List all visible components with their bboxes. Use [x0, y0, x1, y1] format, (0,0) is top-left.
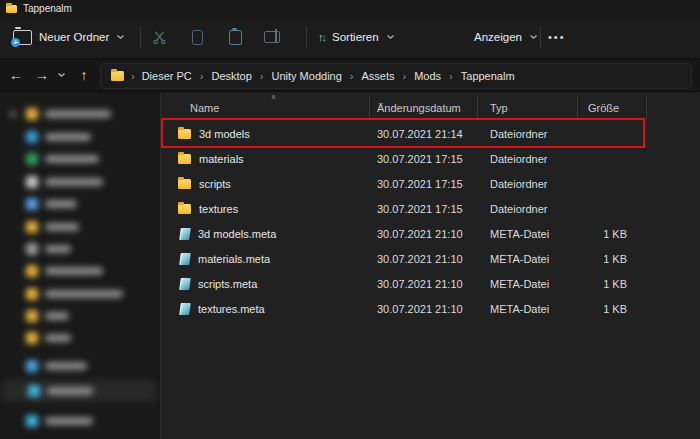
sidebar-item-redacted[interactable]: [0, 355, 158, 377]
view-button[interactable]: Anzeigen: [474, 17, 538, 57]
new-folder-icon: +: [13, 30, 32, 45]
sidebar-item-icon: [26, 221, 38, 233]
sidebar-item-icon: [26, 415, 38, 427]
column-header-date[interactable]: Änderungsdatum: [370, 96, 478, 120]
file-name-cell: textures: [161, 203, 370, 215]
table-row[interactable]: scripts.meta30.07.2021 21:10META-Datei1 …: [161, 271, 700, 296]
modified-date-cell: 30.07.2021 17:15: [370, 153, 478, 165]
sidebar-item-icon: [26, 108, 38, 120]
up-button[interactable]: ↑: [72, 59, 96, 90]
file-list-pane: ∧ NameÄnderungsdatumTypGröße 3d models30…: [161, 92, 700, 439]
table-row[interactable]: materials30.07.2021 17:15Dateiordner: [161, 146, 700, 171]
breadcrumb-item-unity-modding[interactable]: Unity Modding: [272, 70, 342, 82]
sidebar-item-label-redacted: [45, 362, 87, 370]
sidebar-item-redacted[interactable]: [2, 380, 156, 402]
address-box[interactable]: › Dieser PC›Desktop›Unity Modding›Assets…: [100, 63, 692, 89]
sidebar-item-icon: [26, 265, 38, 277]
file-name-cell: materials: [161, 153, 370, 165]
breadcrumb-item-assets[interactable]: Assets: [362, 70, 395, 82]
column-header-type[interactable]: Typ: [478, 96, 578, 120]
toolbar-divider: [140, 27, 141, 48]
copy-icon: [192, 30, 203, 45]
chevron-down-icon: [529, 34, 538, 40]
sidebar-item-redacted[interactable]: [0, 103, 158, 125]
sidebar-item-redacted[interactable]: [0, 305, 158, 327]
file-type-cell: Dateiordner: [478, 203, 578, 215]
sort-button[interactable]: ↑↓ Sortieren: [318, 17, 395, 57]
window-folder-icon: [6, 5, 17, 13]
new-folder-button[interactable]: + Neuer Ordner: [13, 17, 125, 57]
sidebar-item-label-redacted: [45, 223, 79, 231]
folder-icon: [178, 204, 191, 214]
rename-button[interactable]: [259, 17, 285, 57]
sidebar-item-redacted[interactable]: [0, 238, 158, 260]
breadcrumb-separator: ›: [131, 70, 135, 82]
chevron-down-icon: [57, 72, 66, 78]
new-folder-label: Neuer Ordner: [39, 31, 109, 43]
table-row[interactable]: 3d models.meta30.07.2021 21:10META-Datei…: [161, 221, 700, 246]
breadcrumb-item-desktop[interactable]: Desktop: [211, 70, 251, 82]
content-area: ∧ NameÄnderungsdatumTypGröße 3d models30…: [0, 92, 700, 439]
sidebar-item-redacted[interactable]: [0, 410, 158, 432]
sidebar-item-redacted[interactable]: [0, 171, 158, 193]
file-size-cell: 1 KB: [578, 303, 647, 315]
scissors-icon: [152, 30, 167, 45]
file-rows: 3d models30.07.2021 21:14Dateiordnermate…: [161, 121, 700, 321]
sidebar-item-redacted[interactable]: [0, 193, 158, 215]
file-type-cell: Dateiordner: [478, 153, 578, 165]
sidebar-item-redacted[interactable]: [0, 283, 158, 305]
file-name-label: materials.meta: [198, 253, 270, 265]
paste-icon: [229, 30, 242, 45]
modified-date-cell: 30.07.2021 21:10: [370, 303, 478, 315]
sidebar-item-icon: [26, 131, 38, 143]
sidebar-item-label-redacted: [45, 290, 123, 298]
file-type-cell: Dateiordner: [478, 128, 578, 140]
meta-file-icon: [179, 278, 191, 290]
table-row[interactable]: materials.meta30.07.2021 21:10META-Datei…: [161, 246, 700, 271]
sidebar-item-icon: [26, 153, 38, 165]
breadcrumb-separator: ›: [260, 70, 264, 82]
file-name-cell: scripts.meta: [161, 278, 370, 290]
file-name-cell: materials.meta: [161, 253, 370, 265]
paste-button[interactable]: [222, 17, 248, 57]
table-row[interactable]: textures.meta30.07.2021 21:10META-Datei1…: [161, 296, 700, 321]
sidebar-item-redacted[interactable]: [0, 327, 158, 349]
navigation-sidebar: [0, 92, 161, 439]
title-bar: Tappenalm: [0, 0, 700, 17]
command-bar: + Neuer Ordner ↑↓ Sortieren: [0, 17, 700, 59]
breadcrumb-item-mods[interactable]: Mods: [414, 70, 441, 82]
sidebar-item-label-redacted: [45, 267, 103, 275]
table-row[interactable]: 3d models30.07.2021 21:14Dateiordner: [161, 121, 700, 146]
sort-label: Sortieren: [332, 31, 379, 43]
sidebar-item-redacted[interactable]: [0, 126, 158, 148]
back-button[interactable]: ←: [4, 59, 28, 90]
sidebar-item-icon: [26, 176, 38, 188]
breadcrumb-item-tappenalm[interactable]: Tappenalm: [461, 70, 515, 82]
file-name-label: scripts: [199, 178, 231, 190]
sidebar-item-icon: [28, 385, 40, 397]
modified-date-cell: 30.07.2021 17:15: [370, 178, 478, 190]
sidebar-item-redacted[interactable]: [0, 216, 158, 238]
sidebar-item-redacted[interactable]: [0, 148, 158, 170]
modified-date-cell: 30.07.2021 21:10: [370, 278, 478, 290]
forward-button[interactable]: →: [30, 59, 54, 90]
file-name-cell: 3d models.meta: [161, 228, 370, 240]
file-name-label: scripts.meta: [198, 278, 257, 290]
table-row[interactable]: scripts30.07.2021 17:15Dateiordner: [161, 171, 700, 196]
more-options-button[interactable]: •••: [548, 17, 566, 57]
table-row[interactable]: textures30.07.2021 17:15Dateiordner: [161, 196, 700, 221]
breadcrumb-separator: ›: [449, 70, 453, 82]
column-header-row: ∧ NameÄnderungsdatumTypGröße: [161, 96, 700, 120]
breadcrumb-item-dieser-pc[interactable]: Dieser PC: [142, 70, 192, 82]
sort-ascending-icon: ∧: [271, 93, 276, 101]
toolbar-divider: [540, 27, 541, 48]
column-header-size[interactable]: Größe: [578, 96, 647, 120]
folder-icon: [178, 179, 191, 189]
copy-button[interactable]: [184, 17, 210, 57]
column-header-name[interactable]: Name: [161, 96, 370, 120]
sidebar-item-redacted[interactable]: [0, 260, 158, 282]
recent-locations-button[interactable]: [52, 59, 70, 90]
cut-button[interactable]: [146, 17, 172, 57]
file-name-label: textures: [199, 203, 238, 215]
file-name-label: textures.meta: [198, 303, 265, 315]
